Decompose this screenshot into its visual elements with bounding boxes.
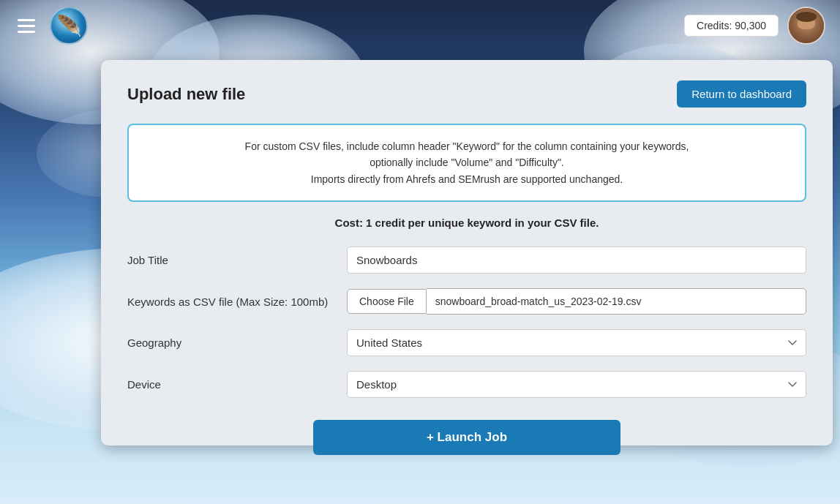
device-select[interactable]: Desktop Mobile Tablet	[347, 371, 806, 398]
card-header: Upload new file Return to dashboard	[127, 80, 806, 108]
choose-file-button[interactable]: Choose File	[347, 289, 427, 314]
device-row: Device Desktop Mobile Tablet	[127, 371, 806, 398]
credits-badge: Credits: 90,300	[684, 15, 779, 37]
device-label: Device	[127, 378, 347, 391]
keywords-row: Keywords as CSV file (Max Size: 100mb) C…	[127, 288, 806, 315]
navbar-left: 🪶	[15, 7, 88, 45]
upload-card: Upload new file Return to dashboard For …	[101, 60, 833, 445]
avatar[interactable]	[787, 7, 825, 45]
geography-label: Geography	[127, 336, 347, 349]
file-input-group: Choose File snowboard_broad-match_us_202…	[347, 288, 806, 315]
cost-text: Cost: 1 credit per unique keyword in you…	[127, 217, 806, 229]
navbar-right: Credits: 90,300	[684, 7, 825, 45]
info-box: For custom CSV files, include column hea…	[127, 124, 806, 202]
job-title-label: Job Title	[127, 254, 347, 266]
launch-job-button[interactable]: + Launch Job	[313, 420, 620, 455]
return-to-dashboard-button[interactable]: Return to dashboard	[677, 80, 806, 108]
logo-wing-icon: 🪶	[56, 14, 82, 38]
keywords-label: Keywords as CSV file (Max Size: 100mb)	[127, 296, 347, 308]
avatar-image	[789, 8, 824, 43]
navbar: 🪶 Credits: 90,300	[0, 0, 840, 51]
job-title-input[interactable]	[347, 247, 806, 274]
geography-row: Geography United States United Kingdom C…	[127, 329, 806, 356]
logo: 🪶	[50, 7, 88, 45]
info-line3: Imports directly from Ahrefs and SEMrush…	[146, 171, 787, 187]
page-title: Upload new file	[127, 85, 245, 104]
file-name-display: snowboard_broad-match_us_2023-02-19.csv	[427, 288, 806, 315]
info-line2: optionally include "Volume" and "Difficu…	[146, 154, 787, 170]
info-line1: For custom CSV files, include column hea…	[146, 138, 787, 154]
job-title-row: Job Title	[127, 247, 806, 274]
hamburger-menu[interactable]	[15, 16, 38, 36]
geography-select[interactable]: United States United Kingdom Canada Aust…	[347, 329, 806, 356]
